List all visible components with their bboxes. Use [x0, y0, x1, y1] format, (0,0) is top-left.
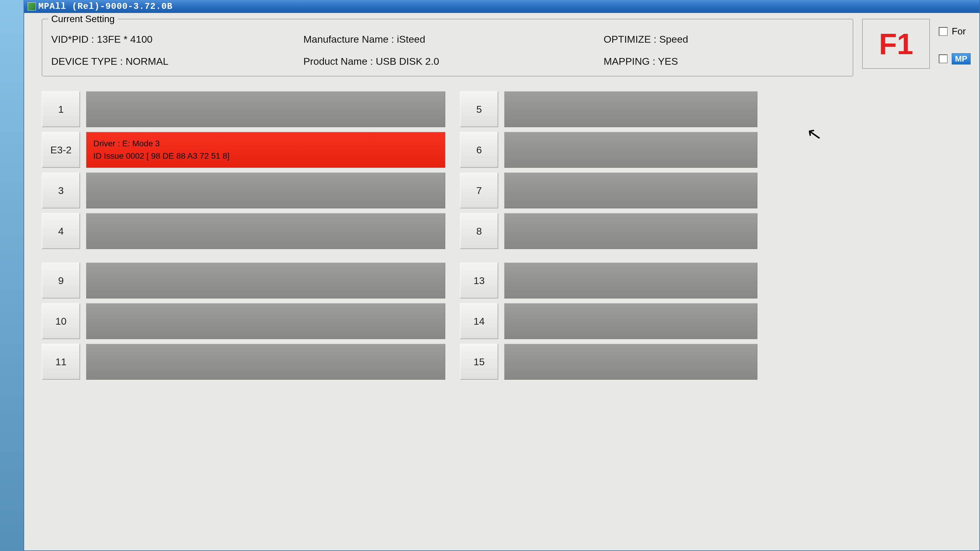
slot-group: 13 14 15	[460, 262, 757, 380]
slot-row: 11	[42, 344, 445, 380]
manufacture-label: Manufacture Name : iSteed	[303, 33, 592, 45]
slot-row: 7	[460, 173, 757, 208]
slot-status-7	[504, 173, 757, 208]
slot-row: 9	[42, 262, 445, 299]
app-icon	[28, 2, 36, 11]
slot-column-right: 5 6 7 8 13	[460, 91, 757, 393]
slot-status-5	[504, 91, 757, 127]
app-window: MPAll (Rel)-9000-3.72.0B Current Setting…	[24, 0, 980, 551]
slot-status-11	[86, 344, 445, 380]
slot-status-14	[504, 303, 757, 339]
mp-badge: MP	[952, 53, 970, 65]
slot-status-15	[504, 344, 757, 380]
slot-row: 14	[460, 303, 757, 339]
slot-row: 3	[42, 173, 445, 208]
slot-group: 1 E3-2 Driver : E: Mode 3 ID Issue 0002 …	[42, 91, 445, 249]
slot-button-4[interactable]: 4	[42, 213, 80, 249]
window-title: MPAll (Rel)-9000-3.72.0B	[38, 2, 173, 11]
slot-row: 10	[42, 303, 445, 339]
slot-row: 15	[460, 344, 757, 380]
slot-status-10	[86, 303, 445, 339]
desktop-background-strip	[0, 0, 24, 551]
f1-indicator[interactable]: F1	[862, 19, 930, 69]
slot-group: 9 10 11	[42, 262, 445, 380]
checkbox-for-row[interactable]: For	[939, 26, 970, 37]
slot-status-e3-2: Driver : E: Mode 3 ID Issue 0002 [ 98 DE…	[86, 132, 445, 168]
slot-button-8[interactable]: 8	[460, 213, 498, 249]
slot-button-10[interactable]: 10	[42, 303, 80, 339]
optimize-label: OPTIMIZE : Speed	[604, 33, 844, 45]
slot-button-5[interactable]: 5	[460, 91, 498, 127]
slot-status-line2: ID Issue 0002 [ 98 DE 88 A3 72 51 8]	[93, 151, 438, 161]
mapping-label: MAPPING : YES	[604, 56, 844, 67]
slot-row: 4	[42, 213, 445, 249]
slot-status-3	[86, 173, 445, 208]
group-label: Current Setting	[48, 14, 118, 24]
right-options: For MP	[939, 19, 970, 65]
slot-row: 8	[460, 213, 757, 249]
titlebar[interactable]: MPAll (Rel)-9000-3.72.0B	[24, 0, 979, 13]
checkbox-icon[interactable]	[939, 54, 948, 63]
slot-button-e3-2[interactable]: E3-2	[42, 132, 80, 168]
slot-status-9	[86, 262, 445, 299]
slots-area: 1 E3-2 Driver : E: Mode 3 ID Issue 0002 …	[24, 83, 979, 399]
settings-grid: VID*PID : 13FE * 4100 Manufacture Name :…	[51, 25, 844, 67]
slot-button-15[interactable]: 15	[460, 344, 498, 380]
slot-row: 1	[42, 91, 445, 127]
slot-column-left: 1 E3-2 Driver : E: Mode 3 ID Issue 0002 …	[42, 91, 445, 393]
settings-row: Current Setting VID*PID : 13FE * 4100 Ma…	[24, 13, 979, 83]
slot-row: 5	[460, 91, 757, 127]
slot-button-7[interactable]: 7	[460, 173, 498, 208]
slot-status-4	[86, 213, 445, 249]
checkbox-icon[interactable]	[939, 27, 948, 36]
checkbox-for-label: For	[952, 26, 966, 37]
checkbox-mp-row[interactable]: MP	[939, 53, 970, 65]
slot-row: 6	[460, 132, 757, 168]
slot-button-1[interactable]: 1	[42, 91, 80, 127]
slot-button-14[interactable]: 14	[460, 303, 498, 339]
slot-button-13[interactable]: 13	[460, 262, 498, 299]
slot-button-9[interactable]: 9	[42, 262, 80, 299]
current-setting-group: Current Setting VID*PID : 13FE * 4100 Ma…	[42, 19, 853, 76]
slot-status-1	[86, 91, 445, 127]
vid-pid-label: VID*PID : 13FE * 4100	[51, 33, 291, 45]
slot-button-6[interactable]: 6	[460, 132, 498, 168]
slot-status-line1: Driver : E: Mode 3	[93, 139, 438, 148]
slot-button-3[interactable]: 3	[42, 173, 80, 208]
slot-row: 13	[460, 262, 757, 299]
slot-group: 5 6 7 8	[460, 91, 757, 249]
device-type-label: DEVICE TYPE : NORMAL	[51, 56, 291, 67]
slot-button-11[interactable]: 11	[42, 344, 80, 380]
slot-status-6	[504, 132, 757, 168]
slot-status-8	[504, 213, 757, 249]
slot-status-13	[504, 262, 757, 299]
product-name-label: Product Name : USB DISK 2.0	[303, 56, 592, 67]
slot-row: E3-2 Driver : E: Mode 3 ID Issue 0002 [ …	[42, 132, 445, 168]
